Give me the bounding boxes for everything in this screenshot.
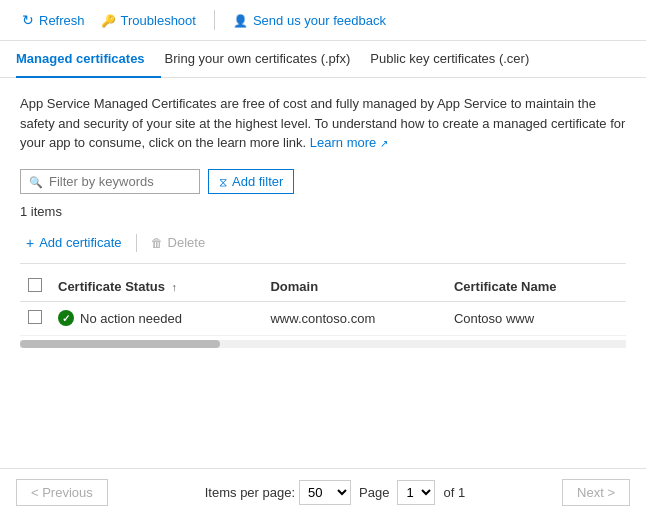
items-per-page-label: Items per page:	[205, 485, 295, 500]
description-text: App Service Managed Certificates are fre…	[20, 94, 626, 153]
status-text: No action needed	[80, 311, 182, 326]
previous-button[interactable]: < Previous	[16, 479, 108, 506]
page-number-select[interactable]: 1	[397, 480, 435, 505]
row-checkbox-cell	[20, 301, 50, 335]
items-per-page-select[interactable]: 50 10 20 100	[299, 480, 351, 505]
row-domain-cell: www.contoso.com	[262, 301, 445, 335]
refresh-label: Refresh	[39, 13, 85, 28]
horizontal-scrollbar[interactable]	[20, 340, 626, 348]
col-name: Certificate Name	[446, 272, 626, 302]
tabs-bar: Managed certificates Bring your own cert…	[0, 41, 646, 78]
col-domain: Domain	[262, 272, 445, 302]
add-certificate-label: Add certificate	[39, 235, 121, 250]
table-row: No action needed www.contoso.com Contoso…	[20, 301, 626, 335]
scrollbar-thumb[interactable]	[20, 340, 220, 348]
items-per-page: Items per page: 50 10 20 100	[205, 480, 351, 505]
filter-row: Add filter	[20, 169, 626, 194]
add-certificate-button[interactable]: Add certificate	[20, 231, 128, 255]
refresh-icon	[22, 12, 34, 28]
cert-name-value: Contoso www	[454, 311, 534, 326]
search-icon	[29, 174, 43, 189]
row-name-cell: Contoso www	[446, 301, 626, 335]
add-filter-label: Add filter	[232, 174, 283, 189]
toolbar: Refresh Troubleshoot Send us your feedba…	[0, 0, 646, 41]
main-content: App Service Managed Certificates are fre…	[0, 78, 646, 368]
pagination-footer: < Previous Items per page: 50 10 20 100 …	[0, 468, 646, 516]
next-button[interactable]: Next >	[562, 479, 630, 506]
add-filter-button[interactable]: Add filter	[208, 169, 294, 194]
action-separator	[136, 234, 137, 252]
filter-input[interactable]	[49, 174, 191, 189]
sort-arrow-icon[interactable]: ↑	[172, 281, 178, 293]
refresh-button[interactable]: Refresh	[16, 8, 91, 32]
delete-label: Delete	[168, 235, 206, 250]
feedback-icon	[233, 13, 248, 28]
feedback-label: Send us your feedback	[253, 13, 386, 28]
feedback-button[interactable]: Send us your feedback	[227, 9, 392, 32]
filter-input-wrapper[interactable]	[20, 169, 200, 194]
status-success-icon	[58, 310, 74, 326]
tab-managed[interactable]: Managed certificates	[16, 41, 161, 78]
tab-pfx[interactable]: Bring your own certificates (.pfx)	[161, 41, 367, 78]
delete-icon	[151, 235, 163, 250]
filter-icon	[219, 174, 227, 189]
page-label: Page	[359, 485, 389, 500]
troubleshoot-label: Troubleshoot	[121, 13, 196, 28]
items-count: 1 items	[20, 204, 626, 219]
domain-value: www.contoso.com	[270, 311, 375, 326]
add-icon	[26, 235, 34, 251]
col-checkbox	[20, 272, 50, 302]
col-status: Certificate Status ↑	[50, 272, 262, 302]
action-bar: Add certificate Delete	[20, 231, 626, 264]
pagination-middle: Items per page: 50 10 20 100 Page 1 of 1	[205, 480, 465, 505]
troubleshoot-icon	[101, 13, 116, 28]
select-all-checkbox[interactable]	[28, 278, 42, 292]
toolbar-separator	[214, 10, 215, 30]
delete-button[interactable]: Delete	[145, 231, 212, 254]
row-status-cell: No action needed	[50, 301, 262, 335]
certificates-table: Certificate Status ↑ Domain Certificate …	[20, 272, 626, 336]
total-pages-label: of 1	[443, 485, 465, 500]
tab-cer[interactable]: Public key certificates (.cer)	[366, 41, 545, 78]
row-checkbox[interactable]	[28, 310, 42, 324]
troubleshoot-button[interactable]: Troubleshoot	[95, 9, 202, 32]
learn-more-link[interactable]: Learn more ↗	[310, 135, 388, 150]
